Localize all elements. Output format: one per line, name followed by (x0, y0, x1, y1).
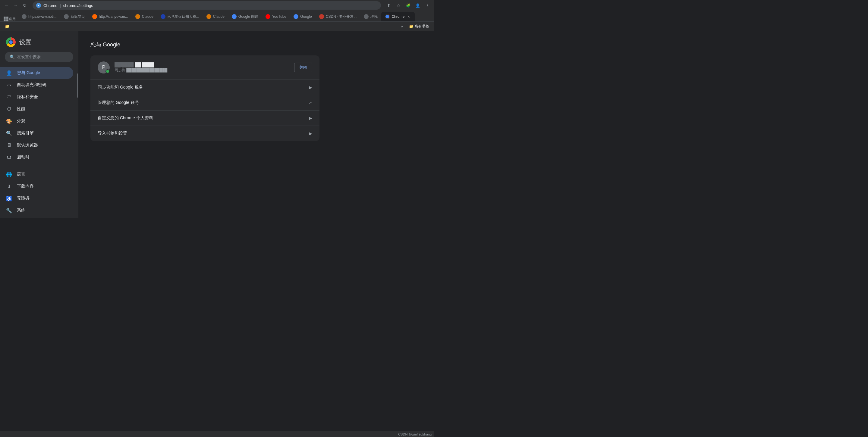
tab-xian-label: http://xianyuwan... (99, 14, 128, 19)
sidebar-item-system[interactable]: 🔧 系统 (0, 204, 73, 216)
sidebar-item-downloads[interactable]: ⬇ 下载内容 (0, 180, 73, 193)
customize-label: 自定义您的 Chrome 个人资料 (98, 115, 309, 121)
refresh-icon: ↻ (23, 3, 27, 8)
share-button[interactable]: ⬆ (384, 1, 393, 10)
search-placeholder: 在设置中搜索 (17, 54, 41, 60)
download-icon: ⬇ (6, 183, 12, 190)
tab-noti[interactable]: https://www.noti... (18, 12, 60, 22)
more-icon: ⋮ (425, 3, 430, 8)
tab-xian-icon (92, 14, 97, 19)
tab-youtube[interactable]: YouTube (262, 12, 290, 22)
sidebar-item-performance[interactable]: ⏱ 性能 (0, 103, 73, 115)
sync-label: 同步功能和 Google 服务 (98, 85, 309, 90)
sidebar-item-search[interactable]: 🔍 搜索引擎 (0, 127, 73, 139)
forward-icon: → (13, 3, 18, 8)
tab-csdn[interactable]: CSDN - 专业开发... (315, 12, 361, 22)
tab-claude2[interactable]: Claude (203, 12, 228, 22)
tab-newtab[interactable]: 新标签页 (60, 12, 89, 22)
back-button[interactable]: ← (2, 1, 11, 10)
profile-button[interactable]: 👤 (413, 1, 422, 10)
extensions-icon-btn[interactable]: 🧩 (404, 1, 412, 10)
forward-button[interactable]: → (11, 1, 20, 10)
settings-row-manage-account[interactable]: 管理您的 Google 账号 ➚ (90, 95, 319, 110)
tab-claude1-label: Claude (142, 14, 153, 19)
more-button[interactable]: ⋮ (423, 1, 432, 10)
apps-button[interactable]: 应用 (1, 16, 18, 22)
sidebar-item-accessibility[interactable]: ♿ 无障碍 (0, 193, 73, 204)
sidebar-item-startup-label: 启动时 (17, 155, 30, 160)
tab-google[interactable]: Google (290, 12, 315, 22)
bookmark-button[interactable]: ☆ (394, 1, 403, 10)
sidebar-title: 设置 (19, 38, 31, 46)
tab-xian[interactable]: http://xianyuwan... (89, 12, 132, 22)
tab-heap[interactable]: 堆栈 (360, 12, 381, 22)
address-url: chrome://settings (63, 3, 93, 8)
sidebar-item-appearance[interactable]: 🎨 外观 (0, 115, 73, 127)
shield-icon: 🛡 (6, 94, 12, 100)
account-name: ██ ████ ██ ████ (115, 62, 289, 67)
sidebar-item-default-browser[interactable]: 🖥 默认浏览器 (0, 139, 73, 151)
tab-youtube-icon (266, 14, 270, 19)
tab-chrome[interactable]: Chrome ✕ (381, 12, 415, 22)
tab-csdn-label: CSDN - 专业开发... (326, 14, 357, 19)
bookmark-star-icon: ☆ (397, 3, 401, 8)
tab-claude2-label: Claude (213, 14, 224, 19)
sidebar-item-language[interactable]: 🌐 语言 (0, 168, 73, 180)
avatar-sync-badge (105, 69, 110, 73)
tab-noti-label: https://www.noti... (28, 14, 57, 19)
settings-row-import[interactable]: 导入书签和设置 ▶ (90, 126, 319, 141)
sidebar-item-startup[interactable]: ⏻ 启动时 (0, 151, 73, 163)
settings-row-customize[interactable]: 自定义您的 Chrome 个人资料 ▶ (90, 110, 319, 126)
puzzle-icon: 🧩 (406, 3, 410, 7)
tab-chrome-label: Chrome (392, 14, 404, 19)
tab-translate-icon (232, 14, 237, 19)
gauge-icon: ⏱ (6, 106, 12, 112)
tab-translate[interactable]: Google 翻译 (228, 12, 262, 22)
tab-claude1[interactable]: Claude (132, 12, 157, 22)
tab-claude1-icon (135, 14, 140, 19)
account-sync-text: 同步到 ████████████████ (115, 68, 289, 73)
tab-xunfei[interactable]: 讯飞星火认知大模... (157, 12, 203, 22)
globe-icon: 🌐 (6, 171, 12, 177)
tab-heap-label: 堆栈 (370, 14, 378, 19)
sidebar-item-downloads-label: 下载内容 (17, 184, 34, 189)
settings-card: P ██ ████ ██ ████ 同步到 ████████████████ 关… (90, 56, 319, 141)
monitor-icon: 🖥 (6, 142, 12, 148)
bookmarks-all-label: 所有书签 (415, 24, 429, 29)
sidebar-item-you-google-label: 您与 Google (17, 70, 40, 76)
sidebar-item-autofill[interactable]: 🗝 自动填充和密码 (0, 79, 73, 91)
account-info: ██ ████ ██ ████ 同步到 ████████████████ (115, 62, 289, 73)
refresh-button[interactable]: ↻ (21, 1, 29, 10)
avatar-initial: P (102, 65, 105, 70)
share-icon: ⬆ (387, 3, 391, 8)
tab-xunfei-icon (161, 14, 165, 19)
tab-google-label: Google (300, 14, 312, 19)
folder-icon: 📁 (409, 24, 413, 29)
tab-xunfei-label: 讯飞星火认知大模... (167, 14, 199, 19)
bookmarks-more-button[interactable]: » (398, 24, 405, 30)
sidebar-item-privacy[interactable]: 🛡 隐私和安全 (0, 91, 73, 103)
tab-google-icon (293, 14, 299, 19)
sidebar-item-you-google[interactable]: 👤 您与 Google (0, 67, 73, 79)
address-site: Chrome (43, 3, 57, 8)
bookmarks-all-folder[interactable]: 📁 所有书签 (407, 23, 432, 30)
accessibility-icon: ♿ (6, 196, 12, 201)
power-icon: ⏻ (6, 154, 12, 160)
close-button-label: 关闭 (299, 65, 307, 70)
address-bar[interactable]: ● Chrome | chrome://settings (33, 1, 381, 10)
titlebar: ← → ↻ ● Chrome | chrome://settings ⬆ ☆ 🧩… (0, 0, 434, 11)
sidebar-item-reset[interactable]: 🕐 重置设置 (0, 216, 73, 218)
sidebar-item-system-label: 系统 (17, 208, 25, 213)
nav-buttons: ← → ↻ (2, 1, 29, 10)
close-account-button[interactable]: 关闭 (294, 63, 312, 72)
tabbar: 应用 https://www.noti... 新标签页 http://xiany… (0, 11, 434, 22)
settings-row-sync[interactable]: 同步功能和 Google 服务 ▶ (90, 80, 319, 95)
avatar: P (98, 61, 110, 73)
sidebar-nav: 👤 您与 Google 🗝 自动填充和密码 🛡 隐私和安全 ⏱ 性能 🎨 外观 … (0, 66, 78, 218)
tab-close-icon[interactable]: ✕ (406, 14, 411, 19)
sidebar-item-language-label: 语言 (17, 172, 25, 177)
account-row: P ██ ████ ██ ████ 同步到 ████████████████ 关… (90, 56, 319, 80)
search-bar[interactable]: 🔍 在设置中搜索 (5, 52, 73, 62)
import-label: 导入书签和设置 (98, 131, 309, 136)
chevron-right-icon: ▶ (309, 85, 312, 90)
